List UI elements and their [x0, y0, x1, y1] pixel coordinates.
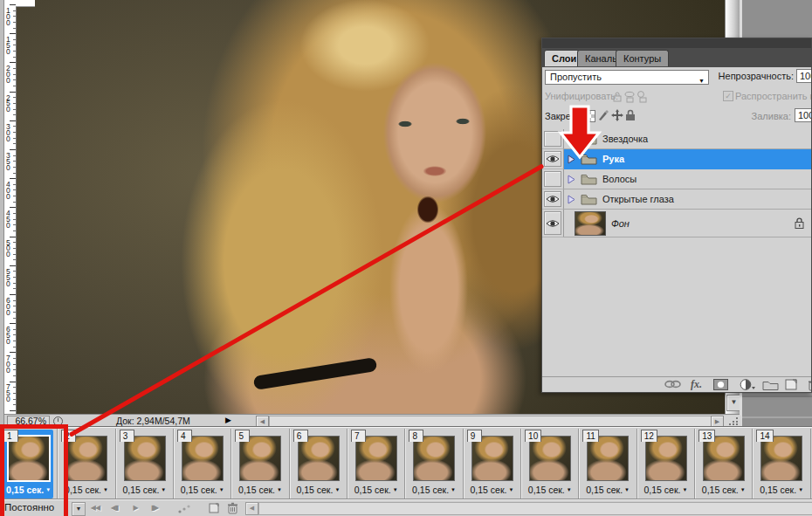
duration-caret-icon[interactable]: ▼ [277, 487, 282, 492]
frame-duration[interactable]: 0,15 сек.▼ [231, 485, 288, 495]
frame-number[interactable]: 10 [525, 430, 541, 442]
layer-thumbnail[interactable] [575, 211, 606, 236]
duration-caret-icon[interactable]: ▼ [334, 487, 340, 492]
duration-caret-icon[interactable]: ▼ [219, 487, 224, 492]
visibility-toggle[interactable] [544, 191, 561, 207]
lock-all-icon[interactable] [625, 109, 637, 121]
frame-cell-7[interactable]: 70,15 сек.▼ [348, 429, 405, 499]
frame-thumbnail[interactable] [413, 436, 455, 481]
visibility-toggle[interactable] [544, 171, 561, 187]
visibility-cell[interactable] [542, 169, 564, 189]
duplicate-frame-button[interactable] [208, 502, 222, 514]
frame-number[interactable]: 12 [641, 430, 657, 442]
frame-number[interactable]: 5 [235, 430, 250, 442]
tween-button[interactable] [176, 502, 192, 514]
unify-style-icon[interactable] [637, 91, 647, 102]
duration-caret-icon[interactable]: ▼ [624, 487, 630, 492]
layer-row-body[interactable]: Волосы [564, 169, 811, 189]
duration-caret-icon[interactable]: ▼ [740, 487, 746, 492]
play-button[interactable]: ▶ [127, 502, 143, 514]
next-frame-button[interactable]: ▮▶ [147, 502, 162, 514]
layer-style-fx-icon[interactable]: fx. [691, 378, 702, 391]
chevron-down-icon[interactable]: ▼ [698, 74, 705, 87]
frame-cell-10[interactable]: 100,15 сек.▼ [521, 429, 579, 499]
layer-row-body[interactable]: Открытые глаза [564, 189, 811, 210]
duration-caret-icon[interactable]: ▼ [508, 487, 513, 492]
duration-caret-icon[interactable]: ▼ [567, 487, 572, 492]
new-layer-icon[interactable] [785, 379, 798, 392]
layer-row-otkrytye-glaza[interactable]: Открытые глаза [542, 189, 811, 210]
frame-duration[interactable]: 0,15 сек.▼ [290, 485, 347, 495]
loop-mode-dropdown-icon[interactable]: ▼ [72, 502, 86, 516]
frame-number[interactable]: 4 [177, 430, 192, 442]
previous-frame-button[interactable]: ◀▮ [107, 502, 122, 514]
frame-duration[interactable]: 0,15 сек.▼ [405, 485, 462, 495]
duration-caret-icon[interactable]: ▼ [161, 487, 166, 492]
frame-thumbnail[interactable] [760, 436, 802, 481]
expand-triangle-icon[interactable] [568, 195, 575, 204]
frame-number[interactable]: 9 [467, 430, 482, 442]
duration-caret-icon[interactable]: ▼ [103, 487, 108, 492]
frame-number[interactable]: 14 [756, 430, 773, 442]
frame-cell-6[interactable]: 60,15 сек.▼ [290, 429, 348, 499]
frame-cell-9[interactable]: 90,15 сек.▼ [464, 429, 521, 499]
duration-caret-icon[interactable]: ▼ [393, 487, 398, 492]
frame-duration[interactable]: 0,15 сек.▼ [116, 485, 173, 495]
visibility-cell[interactable] [542, 210, 564, 237]
frame-number[interactable]: 8 [409, 430, 423, 442]
frame-duration[interactable]: 0,15 сек.▼ [521, 485, 578, 495]
frame-number[interactable]: 11 [582, 430, 598, 442]
frame-cell-12[interactable]: 120,15 сек.▼ [637, 429, 695, 499]
delete-layer-trash-icon[interactable] [808, 379, 812, 393]
add-mask-icon[interactable] [713, 379, 728, 392]
layer-name[interactable]: Фон [611, 218, 630, 229]
layer-row-fon[interactable]: Фон [542, 210, 811, 237]
frame-duration[interactable]: 0,15 сек.▼ [579, 485, 636, 495]
frame-thumbnail[interactable] [587, 436, 629, 481]
duration-caret-icon[interactable]: ▼ [798, 487, 803, 492]
frame-cell-11[interactable]: 110,15 сек.▼ [579, 429, 637, 499]
frame-thumbnail[interactable] [239, 436, 281, 481]
frame-number[interactable]: 13 [698, 430, 715, 442]
frame-thumbnail[interactable] [355, 436, 397, 481]
fill-field[interactable]: 100% [795, 108, 812, 122]
frame-cell-13[interactable]: 130,15 сек.▼ [695, 429, 753, 499]
expand-triangle-icon[interactable] [568, 175, 575, 184]
layer-row-body[interactable]: Фон [564, 210, 811, 237]
propagate-checkbox[interactable]: ✓ [723, 91, 733, 101]
status-popup-arrow-icon[interactable]: ▶ [225, 416, 231, 424]
layer-row-volosy[interactable]: Волосы [542, 169, 811, 189]
frame-duration[interactable]: 0,15 сек.▼ [348, 485, 404, 495]
duration-caret-icon[interactable]: ▼ [451, 487, 456, 492]
layer-name[interactable]: Звездочка [602, 134, 648, 144]
frame-cell-4[interactable]: 40,15 сек.▼ [174, 429, 231, 499]
frame-duration[interactable]: 0,15 сек.▼ [753, 485, 809, 495]
frame-cell-3[interactable]: 30,15 сек.▼ [116, 429, 174, 499]
frame-number[interactable]: 7 [351, 430, 366, 442]
opacity-field[interactable]: 100% [796, 69, 812, 83]
first-frame-button[interactable]: ◀◀ [87, 502, 103, 514]
frame-thumbnail[interactable] [645, 436, 687, 481]
duration-caret-icon[interactable]: ▼ [682, 487, 687, 492]
frames-scroll-left-button[interactable]: ◀ [245, 502, 258, 515]
blend-mode-select[interactable]: Пропустить ▼ [545, 70, 709, 85]
frame-number[interactable]: 6 [293, 430, 308, 442]
visibility-toggle[interactable] [544, 211, 561, 235]
frame-thumbnail[interactable] [298, 436, 340, 481]
frame-thumbnail[interactable] [182, 436, 224, 481]
frame-thumbnail[interactable] [471, 436, 513, 481]
unify-position-icon[interactable] [612, 91, 623, 102]
frame-cell-14[interactable]: 140,15 сек.▼ [753, 429, 810, 499]
delete-frame-trash-button[interactable] [225, 502, 239, 514]
frame-thumbnail[interactable] [529, 436, 571, 481]
frame-number[interactable]: 3 [120, 430, 134, 442]
frame-duration[interactable]: 0,15 сек.▼ [695, 485, 752, 495]
unify-visibility-icon[interactable] [624, 91, 635, 102]
link-layers-icon[interactable] [664, 379, 681, 391]
frame-thumbnail[interactable] [703, 436, 745, 481]
frame-cell-5[interactable]: 50,15 сек.▼ [231, 429, 289, 499]
adjustment-layer-icon[interactable] [740, 379, 755, 392]
frame-duration[interactable]: 0,15 сек.▼ [637, 485, 694, 495]
frames-scrollbar[interactable] [258, 502, 812, 515]
resize-grip[interactable] [724, 416, 741, 426]
